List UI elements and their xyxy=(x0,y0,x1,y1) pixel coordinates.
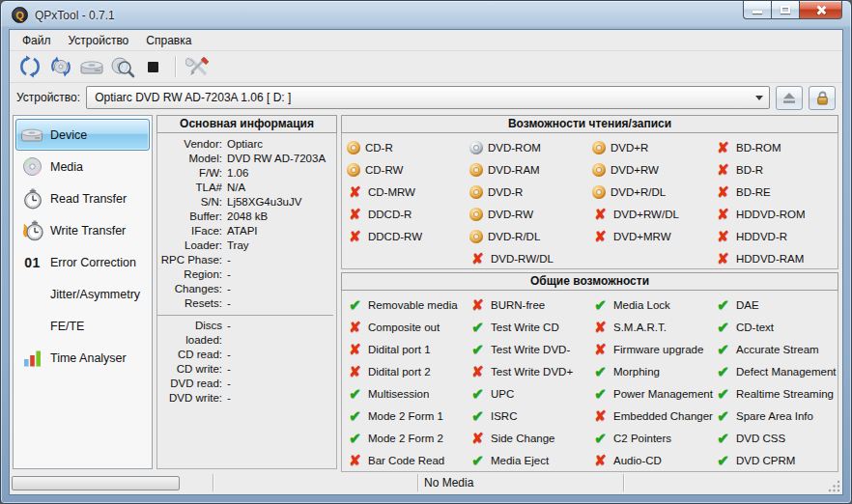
info-row-value: - xyxy=(227,296,231,311)
maximize-icon xyxy=(781,6,790,14)
capability-label: Embedded Changer xyxy=(613,410,713,422)
capability-status-icon xyxy=(715,386,731,402)
info-row-value: - xyxy=(227,282,231,296)
capability-item: Media Lock xyxy=(592,294,715,316)
info-row-label: Loader: xyxy=(157,238,227,253)
capability-item: DVD-R xyxy=(469,181,592,203)
device-select[interactable]: Optiarc DVD RW AD-7203A 1.06 [ D: ] xyxy=(86,86,770,109)
capability-status-icon xyxy=(592,141,606,154)
eject-button[interactable] xyxy=(776,86,803,110)
gen-col-4: DAE CD-text Accurate Stream xyxy=(715,294,838,471)
sidebar-item-device[interactable]: Device xyxy=(15,119,150,151)
capability-item: Mode 2 Form 1 xyxy=(347,405,469,427)
info-row-value: N/A xyxy=(227,181,245,195)
resize-grip[interactable] xyxy=(828,480,840,492)
toolbar-separator xyxy=(175,56,176,77)
capability-label: Test Write CD xyxy=(491,322,559,333)
capability-status-icon xyxy=(715,408,731,424)
capability-item: CD-RW xyxy=(347,158,469,181)
capability-label: HDDVD-R xyxy=(736,231,787,242)
capability-status-icon xyxy=(592,342,609,357)
sidebar-item-label: Time Analyser xyxy=(50,351,127,365)
sidebar-item-label: Media xyxy=(50,160,83,174)
capability-label: DVD-RAM xyxy=(488,164,540,176)
capability-status-icon xyxy=(715,229,731,244)
drive-button[interactable] xyxy=(77,53,105,80)
info-row: DVD read: - xyxy=(157,377,333,391)
capability-status-icon xyxy=(469,320,486,335)
capability-item: Test Write CD xyxy=(469,316,592,338)
scan-media-button[interactable] xyxy=(108,53,136,80)
rw-col-cd: CD-R CD-RW CD-MRW xyxy=(347,136,469,269)
capability-item: Composite out xyxy=(347,316,469,338)
sidebar-item-fe-te[interactable]: FE/TE xyxy=(15,310,150,342)
rw-col-dvd-minus: DVD-ROM DVD-RAM DVD-R xyxy=(469,136,592,269)
sidebar-item-media[interactable]: Media xyxy=(15,151,150,182)
statusbar-panel-right xyxy=(624,471,842,494)
capability-item: Bar Code Read xyxy=(347,449,469,471)
capability-label: BURN-free xyxy=(491,299,545,311)
capability-label: DVD-R/DL xyxy=(488,231,540,242)
capability-label: Test Write DVD+ xyxy=(491,366,573,378)
info-row-label: Resets: xyxy=(157,296,227,311)
capability-label: Side Change xyxy=(491,433,555,444)
capability-status-icon xyxy=(592,163,606,177)
chevron-down-icon xyxy=(755,96,763,100)
info-row-value: DVD RW AD-7203A xyxy=(227,152,326,166)
rw-capabilities-grid: CD-R CD-RW CD-MRW xyxy=(342,133,838,269)
capability-label: Mode 2 Form 2 xyxy=(368,433,443,444)
capability-item: CD-text xyxy=(715,316,838,338)
info-row-label: RPC Phase: xyxy=(157,253,227,267)
main-content: Device Media xyxy=(10,112,842,471)
sidebar-item-time-analyser[interactable]: Time Analyser xyxy=(15,342,150,374)
capability-label: Mode 2 Form 1 xyxy=(368,410,443,422)
lock-button[interactable] xyxy=(809,86,836,110)
capability-item: DDCD-R xyxy=(347,203,469,225)
menu-item-help[interactable]: Справка xyxy=(137,31,200,50)
capability-label: Morphing xyxy=(613,366,660,378)
device-select-value: Optiarc DVD RW AD-7203A 1.06 [ D: ] xyxy=(95,91,291,104)
menu-item-device[interactable]: Устройство xyxy=(60,31,138,50)
general-capabilities-title: Общие возможности xyxy=(341,272,838,291)
preferences-button[interactable] xyxy=(184,53,212,80)
capability-label: DVD+R/DL xyxy=(611,186,666,198)
app-icon: Q xyxy=(12,7,28,23)
capability-label: HDDVD-RAM xyxy=(736,253,804,265)
rw-col-bd-hddvd: BD-ROM BD-R BD-RE xyxy=(715,136,838,269)
capability-status-icon xyxy=(347,207,363,222)
sidebar-item-write-transfer[interactable]: Write Transfer xyxy=(15,214,150,246)
eject-icon xyxy=(782,92,796,104)
menu-item-file[interactable]: Файл xyxy=(14,31,60,50)
client-area: Файл Устройство Справка xyxy=(9,29,843,495)
sidebar-item-jitter-asymmetry[interactable]: Jitter/Asymmetry xyxy=(15,278,150,310)
capability-status-icon xyxy=(469,297,486,313)
close-button[interactable] xyxy=(799,1,842,19)
capability-item: Firmware upgrade xyxy=(592,338,715,360)
capability-label: DDCD-R xyxy=(368,209,412,220)
info-row-value: - xyxy=(227,377,231,391)
stop-button[interactable] xyxy=(139,53,167,80)
basic-info-groupbox: Основная информация Vendor: Optiarc Mode… xyxy=(156,115,337,469)
capability-status-icon xyxy=(347,364,363,379)
refresh-media-button[interactable] xyxy=(46,53,74,80)
sidebar-item-error-correction[interactable]: 01 Error Correction xyxy=(15,246,150,278)
capability-item: DVD-R/DL xyxy=(469,225,592,247)
capability-label: UPC xyxy=(491,388,514,400)
capability-status-icon xyxy=(715,162,731,178)
gen-col-3: Media Lock S.M.A.R.T. Firmwa xyxy=(592,294,715,471)
capability-status-icon xyxy=(469,408,486,424)
capability-status-icon xyxy=(347,184,363,200)
info-row-label: TLA# xyxy=(157,181,227,195)
capability-label: Accurate Stream xyxy=(736,344,819,355)
capability-item: Multisession xyxy=(347,382,469,405)
sidebar-item-label: Device xyxy=(50,128,87,142)
sidebar-item-read-transfer[interactable]: Read Transfer xyxy=(15,182,150,214)
media-status-text: No Media xyxy=(424,476,473,490)
rescan-devices-button[interactable] xyxy=(15,53,43,80)
maximize-button[interactable] xyxy=(771,1,799,19)
sidebar-item-label: Read Transfer xyxy=(50,192,127,206)
titlebar[interactable]: Q QPxTool - 0.7.1 xyxy=(1,1,851,29)
info-row-label: Changes: xyxy=(157,282,227,296)
info-row-value: Optiarc xyxy=(227,137,263,152)
minimize-button[interactable] xyxy=(743,1,771,19)
